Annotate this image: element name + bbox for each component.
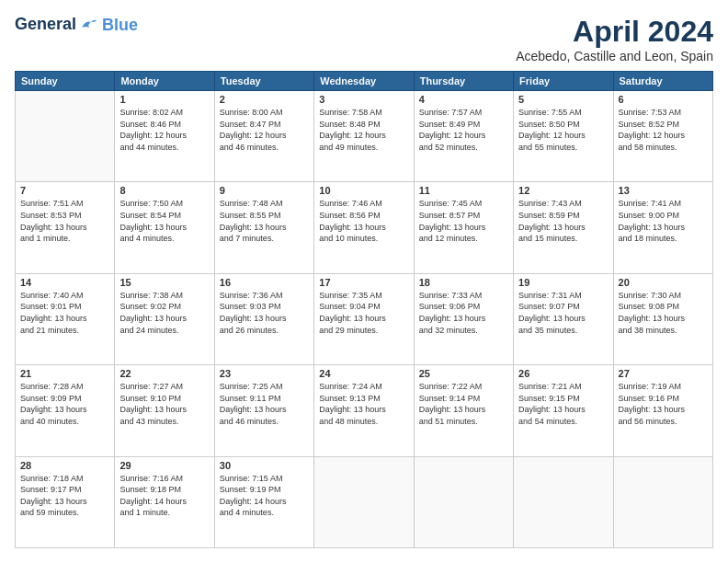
calendar-cell: 5Sunrise: 7:55 AM Sunset: 8:50 PM Daylig…: [514, 91, 613, 182]
day-header-saturday: Saturday: [613, 72, 712, 91]
day-info: Sunrise: 7:28 AM Sunset: 9:09 PM Dayligh…: [20, 381, 109, 427]
day-number: 4: [419, 94, 508, 105]
day-number: 16: [220, 277, 309, 288]
day-number: 3: [319, 94, 408, 105]
day-info: Sunrise: 7:46 AM Sunset: 8:56 PM Dayligh…: [319, 198, 408, 244]
calendar-cell: [16, 91, 115, 182]
day-number: 11: [419, 185, 508, 196]
day-info: Sunrise: 7:33 AM Sunset: 9:06 PM Dayligh…: [419, 290, 508, 336]
day-header-tuesday: Tuesday: [214, 72, 313, 91]
day-info: Sunrise: 7:21 AM Sunset: 9:15 PM Dayligh…: [518, 381, 608, 427]
week-row-2: 7Sunrise: 7:51 AM Sunset: 8:53 PM Daylig…: [16, 182, 713, 273]
calendar-table: SundayMondayTuesdayWednesdayThursdayFrid…: [15, 71, 713, 548]
day-info: Sunrise: 7:53 AM Sunset: 8:52 PM Dayligh…: [619, 107, 708, 153]
week-row-5: 28Sunrise: 7:18 AM Sunset: 9:17 PM Dayli…: [16, 456, 713, 547]
calendar-cell: 21Sunrise: 7:28 AM Sunset: 9:09 PM Dayli…: [16, 365, 115, 456]
calendar-cell: 30Sunrise: 7:15 AM Sunset: 9:19 PM Dayli…: [214, 456, 313, 547]
day-number: 30: [220, 460, 309, 471]
calendar-cell: 13Sunrise: 7:41 AM Sunset: 9:00 PM Dayli…: [613, 182, 712, 273]
calendar-cell: 15Sunrise: 7:38 AM Sunset: 9:02 PM Dayli…: [115, 273, 214, 364]
day-number: 25: [419, 368, 508, 379]
calendar-cell: 27Sunrise: 7:19 AM Sunset: 9:16 PM Dayli…: [613, 365, 712, 456]
day-info: Sunrise: 7:55 AM Sunset: 8:50 PM Dayligh…: [518, 107, 608, 153]
calendar-cell: 16Sunrise: 7:36 AM Sunset: 9:03 PM Dayli…: [214, 273, 313, 364]
page: General Blue April 2024 Acebedo, Castill…: [0, 0, 728, 563]
day-number: 19: [518, 277, 608, 288]
week-row-4: 21Sunrise: 7:28 AM Sunset: 9:09 PM Dayli…: [16, 365, 713, 456]
day-number: 8: [119, 185, 209, 196]
calendar-cell: 9Sunrise: 7:48 AM Sunset: 8:55 PM Daylig…: [214, 182, 313, 273]
day-number: 20: [619, 277, 708, 288]
week-row-1: 1Sunrise: 8:02 AM Sunset: 8:46 PM Daylig…: [16, 91, 713, 182]
day-header-monday: Monday: [115, 72, 214, 91]
week-row-3: 14Sunrise: 7:40 AM Sunset: 9:01 PM Dayli…: [16, 273, 713, 364]
day-info: Sunrise: 7:22 AM Sunset: 9:14 PM Dayligh…: [419, 381, 508, 427]
day-info: Sunrise: 7:40 AM Sunset: 9:01 PM Dayligh…: [20, 290, 109, 336]
day-info: Sunrise: 7:57 AM Sunset: 8:49 PM Dayligh…: [419, 107, 508, 153]
day-number: 21: [20, 368, 109, 379]
calendar-cell: 2Sunrise: 8:00 AM Sunset: 8:47 PM Daylig…: [214, 91, 313, 182]
day-info: Sunrise: 7:30 AM Sunset: 9:08 PM Dayligh…: [619, 290, 708, 336]
day-info: Sunrise: 8:00 AM Sunset: 8:47 PM Dayligh…: [220, 107, 309, 153]
day-number: 10: [319, 185, 408, 196]
calendar-cell: 18Sunrise: 7:33 AM Sunset: 9:06 PM Dayli…: [414, 273, 513, 364]
day-number: 22: [119, 368, 209, 379]
logo-blue-text: Blue: [102, 16, 138, 35]
day-header-friday: Friday: [514, 72, 613, 91]
calendar-cell: 19Sunrise: 7:31 AM Sunset: 9:07 PM Dayli…: [514, 273, 613, 364]
day-number: 1: [119, 94, 209, 105]
logo-text: General: [15, 15, 100, 35]
day-number: 15: [119, 277, 209, 288]
calendar-cell: 14Sunrise: 7:40 AM Sunset: 9:01 PM Dayli…: [16, 273, 115, 364]
calendar-cell: 3Sunrise: 7:58 AM Sunset: 8:48 PM Daylig…: [314, 91, 414, 182]
day-info: Sunrise: 7:43 AM Sunset: 8:59 PM Dayligh…: [518, 198, 608, 244]
calendar-cell: 25Sunrise: 7:22 AM Sunset: 9:14 PM Dayli…: [414, 365, 513, 456]
day-number: 9: [220, 185, 309, 196]
header-row: SundayMondayTuesdayWednesdayThursdayFrid…: [16, 72, 713, 91]
day-number: 13: [619, 185, 708, 196]
calendar-cell: 1Sunrise: 8:02 AM Sunset: 8:46 PM Daylig…: [115, 91, 214, 182]
header: General Blue April 2024 Acebedo, Castill…: [15, 15, 713, 63]
day-info: Sunrise: 7:35 AM Sunset: 9:04 PM Dayligh…: [319, 290, 408, 336]
day-info: Sunrise: 7:16 AM Sunset: 9:18 PM Dayligh…: [119, 473, 209, 519]
day-number: 29: [119, 460, 209, 471]
calendar-cell: 6Sunrise: 7:53 AM Sunset: 8:52 PM Daylig…: [613, 91, 712, 182]
day-info: Sunrise: 7:58 AM Sunset: 8:48 PM Dayligh…: [319, 107, 408, 153]
calendar-cell: 17Sunrise: 7:35 AM Sunset: 9:04 PM Dayli…: [314, 273, 414, 364]
day-info: Sunrise: 7:41 AM Sunset: 9:00 PM Dayligh…: [619, 198, 708, 244]
day-number: 12: [518, 185, 608, 196]
day-number: 7: [20, 185, 109, 196]
day-info: Sunrise: 8:02 AM Sunset: 8:46 PM Dayligh…: [119, 107, 209, 153]
day-info: Sunrise: 7:18 AM Sunset: 9:17 PM Dayligh…: [20, 473, 109, 519]
calendar-cell: 22Sunrise: 7:27 AM Sunset: 9:10 PM Dayli…: [115, 365, 214, 456]
day-number: 17: [319, 277, 408, 288]
day-number: 24: [319, 368, 408, 379]
title-block: April 2024 Acebedo, Castille and Leon, S…: [516, 15, 713, 63]
day-number: 26: [518, 368, 608, 379]
day-number: 18: [419, 277, 508, 288]
subtitle: Acebedo, Castille and Leon, Spain: [516, 49, 713, 63]
day-info: Sunrise: 7:19 AM Sunset: 9:16 PM Dayligh…: [619, 381, 708, 427]
calendar-cell: 24Sunrise: 7:24 AM Sunset: 9:13 PM Dayli…: [314, 365, 414, 456]
day-info: Sunrise: 7:25 AM Sunset: 9:11 PM Dayligh…: [220, 381, 309, 427]
calendar-cell: [314, 456, 414, 547]
day-info: Sunrise: 7:15 AM Sunset: 9:19 PM Dayligh…: [220, 473, 309, 519]
main-title: April 2024: [516, 15, 713, 49]
day-number: 5: [518, 94, 608, 105]
calendar-cell: 28Sunrise: 7:18 AM Sunset: 9:17 PM Dayli…: [16, 456, 115, 547]
day-info: Sunrise: 7:27 AM Sunset: 9:10 PM Dayligh…: [119, 381, 209, 427]
calendar-cell: 23Sunrise: 7:25 AM Sunset: 9:11 PM Dayli…: [214, 365, 313, 456]
day-info: Sunrise: 7:50 AM Sunset: 8:54 PM Dayligh…: [119, 198, 209, 244]
calendar-cell: 20Sunrise: 7:30 AM Sunset: 9:08 PM Dayli…: [613, 273, 712, 364]
calendar-cell: 26Sunrise: 7:21 AM Sunset: 9:15 PM Dayli…: [514, 365, 613, 456]
day-number: 6: [619, 94, 708, 105]
day-header-sunday: Sunday: [16, 72, 115, 91]
day-number: 2: [220, 94, 309, 105]
calendar-cell: [514, 456, 613, 547]
calendar-cell: 10Sunrise: 7:46 AM Sunset: 8:56 PM Dayli…: [314, 182, 414, 273]
calendar-cell: [414, 456, 513, 547]
day-info: Sunrise: 7:48 AM Sunset: 8:55 PM Dayligh…: [220, 198, 309, 244]
calendar-cell: 12Sunrise: 7:43 AM Sunset: 8:59 PM Dayli…: [514, 182, 613, 273]
day-info: Sunrise: 7:51 AM Sunset: 8:53 PM Dayligh…: [20, 198, 109, 244]
day-info: Sunrise: 7:31 AM Sunset: 9:07 PM Dayligh…: [518, 290, 608, 336]
